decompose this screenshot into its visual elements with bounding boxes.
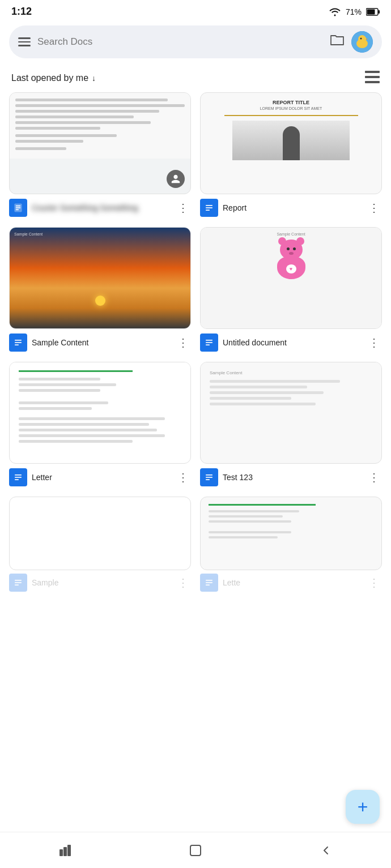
teddy-image: Sample Content ♥ [201, 228, 381, 328]
doc-name-6: Test 123 [223, 472, 362, 482]
doc-card-1: Courier Something Something ⋮ [9, 92, 191, 218]
doc-name-3: Sample Content [32, 337, 171, 348]
sort-header: Last opened by me ↓ [0, 67, 391, 92]
svg-rect-40 [190, 845, 201, 856]
partial-doc-menu-1: ⋮ [175, 576, 191, 589]
partial-doc-icon-2 [200, 574, 218, 592]
partial-docs-row [0, 488, 391, 570]
doc-name-2: Report [223, 203, 362, 213]
doc-icon-3 [9, 333, 27, 352]
menu-button[interactable] [18, 37, 31, 46]
doc-thumbnail-5[interactable] [9, 362, 191, 464]
list-view-button[interactable] [365, 71, 380, 85]
doc-card-5: Letter ⋮ [9, 362, 191, 488]
folder-icon[interactable] [330, 34, 345, 50]
shared-icon-overlay [167, 170, 185, 188]
thumb-report-subtitle: LOREM IPSUM DOLOR SIT AMET [207, 106, 375, 110]
partial-doc-name-1: Sample [32, 578, 171, 587]
partial-doc-icon-1 [9, 574, 27, 592]
sort-arrow-icon: ↓ [92, 74, 96, 83]
sort-label-text: Last opened by me [11, 73, 88, 83]
doc-thumbnail-1[interactable] [9, 92, 191, 194]
svg-rect-11 [365, 81, 380, 83]
partial-doc-thumbnail-2[interactable] [200, 497, 382, 570]
svg-point-8 [360, 38, 362, 40]
doc-menu-1[interactable]: ⋮ [175, 201, 191, 215]
partial-doc-thumbnail-1[interactable] [9, 497, 191, 570]
doc-thumbnail-6[interactable]: Sample Content [200, 362, 382, 464]
doc-info-3: Sample Content ⋮ [9, 332, 191, 353]
partial-doc-name-2: Lette [223, 578, 362, 587]
doc-name-4: Untitled document [223, 337, 362, 348]
svg-rect-10 [365, 76, 380, 78]
doc-thumbnail-3[interactable]: Sample Content [9, 227, 191, 329]
doc-name-1: Courier Something Something [32, 203, 171, 213]
partial-doc-info-row: Sample ⋮ Lette ⋮ [0, 570, 391, 592]
wifi-icon [329, 7, 341, 16]
back-button[interactable] [312, 837, 339, 864]
new-document-fab[interactable]: + [346, 790, 380, 824]
svg-rect-37 [60, 849, 63, 856]
doc-thumbnail-4[interactable]: Sample Content ♥ [200, 227, 382, 329]
doc-card-4: Sample Content ♥ [200, 227, 382, 353]
documents-grid: Courier Something Something ⋮ REPORT TIT… [0, 92, 391, 488]
avatar[interactable] [351, 31, 373, 53]
recent-apps-button[interactable] [52, 837, 79, 864]
sort-label-button[interactable]: Last opened by me ↓ [11, 73, 96, 83]
status-time: 1:12 [11, 6, 32, 18]
doc-thumbnail-2[interactable]: REPORT TITLE LOREM IPSUM DOLOR SIT AMET [200, 92, 382, 194]
svg-rect-2 [367, 9, 375, 14]
doc-menu-4[interactable]: ⋮ [366, 336, 382, 349]
status-icons: 71% [329, 7, 380, 16]
svg-rect-9 [365, 71, 380, 73]
doc-menu-2[interactable]: ⋮ [366, 201, 382, 215]
svg-rect-1 [379, 10, 380, 14]
doc-info-2: Report ⋮ [200, 198, 382, 218]
status-bar: 1:12 71% [0, 0, 391, 21]
svg-rect-39 [67, 845, 71, 856]
partial-doc-info-2: Lette ⋮ [200, 574, 382, 592]
doc-icon-1 [9, 199, 27, 217]
doc-icon-4 [200, 333, 218, 352]
doc-icon-6 [200, 468, 218, 486]
partial-doc-info-1: Sample ⋮ [9, 574, 191, 592]
doc-info-5: Letter ⋮ [9, 467, 191, 488]
doc-card-6: Sample Content Test 123 ⋮ [200, 362, 382, 488]
home-button[interactable] [182, 837, 209, 864]
doc-info-1: Courier Something Something ⋮ [9, 198, 191, 218]
fab-plus-icon: + [358, 798, 368, 816]
doc-menu-3[interactable]: ⋮ [175, 336, 191, 349]
doc-name-5: Letter [32, 472, 171, 482]
doc-info-4: Untitled document ⋮ [200, 332, 382, 353]
svg-rect-38 [63, 847, 67, 856]
bottom-nav [0, 832, 391, 868]
doc-card-2: REPORT TITLE LOREM IPSUM DOLOR SIT AMET … [200, 92, 382, 218]
doc-icon-5 [9, 468, 27, 486]
doc-card-3: Sample Content Sample Content ⋮ [9, 227, 191, 353]
doc-menu-6[interactable]: ⋮ [366, 471, 382, 484]
svg-point-6 [362, 37, 366, 40]
sunset-image: Sample Content [10, 228, 190, 328]
battery-text: 71% [346, 7, 362, 16]
search-input[interactable]: Search Docs [37, 36, 323, 48]
search-bar[interactable]: Search Docs [9, 25, 382, 58]
doc-menu-5[interactable]: ⋮ [175, 471, 191, 484]
doc-icon-2 [200, 199, 218, 217]
thumb-report-title: REPORT TITLE [207, 100, 375, 105]
partial-doc-menu-2: ⋮ [366, 576, 382, 589]
doc-info-6: Test 123 ⋮ [200, 467, 382, 488]
battery-icon [366, 8, 380, 16]
